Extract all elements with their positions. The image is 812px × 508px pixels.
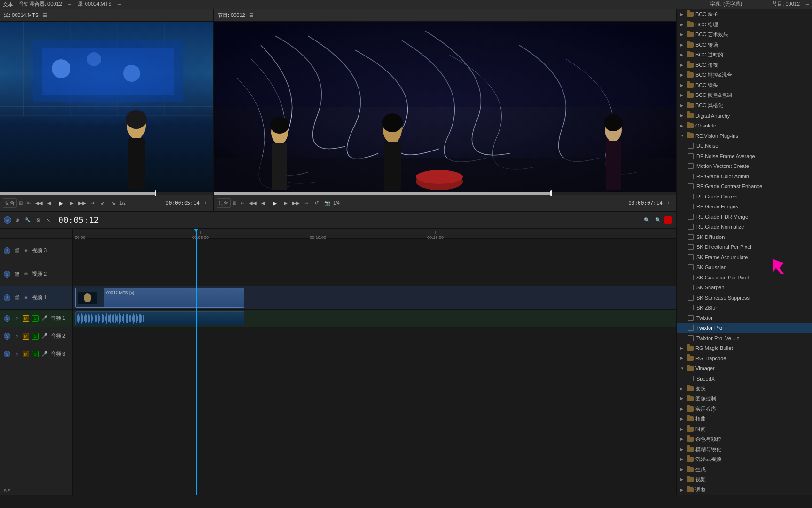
source-btn-prev-frame[interactable]: ◀◀	[35, 199, 43, 207]
a3-track-row[interactable]	[73, 345, 676, 363]
a1-mic-icon[interactable]: 🎤	[41, 315, 48, 321]
a3-solo-btn[interactable]: S	[32, 351, 39, 357]
effects-folder-immersive[interactable]: 沉浸式视频	[677, 454, 812, 465]
effects-folder-noise[interactable]: 杂色与颗粒	[677, 434, 812, 444]
tl-wrench[interactable]: 🔧	[23, 216, 32, 224]
v3-eye-icon[interactable]: 👁	[23, 247, 29, 254]
program-btn-prev-frame[interactable]: ◀◀	[249, 199, 257, 207]
program-btn-step-fwd[interactable]: ▶	[281, 199, 290, 207]
effects-item-sk-diffusion[interactable]: SK Diffusion	[677, 232, 812, 242]
program-header-icon[interactable]: ☰	[249, 12, 254, 18]
program-progress-handle[interactable]	[550, 190, 552, 196]
effects-folder-distort[interactable]: 扭曲	[677, 414, 812, 424]
v2-eye-icon[interactable]: 👁	[23, 271, 29, 278]
effects-folder-obsolete[interactable]: Obsolete	[677, 121, 812, 131]
v-sync-button[interactable]: ◎	[4, 216, 11, 224]
effects-item-regrade-contrast[interactable]: RE:Grade Contrast Enhance	[677, 182, 812, 192]
effects-item-regrade-fringes[interactable]: RE:Grade Fringes	[677, 202, 812, 212]
effects-folder-bcc-texture[interactable]: BCC 绘理	[677, 20, 812, 30]
program-fraction[interactable]: 1/4	[333, 200, 340, 206]
effects-folder-bcc-particle[interactable]: BCC 粒子	[677, 9, 812, 20]
a2-mute-btn[interactable]: M	[23, 333, 29, 340]
tl-cursor[interactable]: ↖	[44, 216, 53, 224]
timeline-tracks-area[interactable]: 00:00 00:05:00 00:10:00	[73, 229, 676, 495]
effects-folder-digital-anarchy[interactable]: Digital Anarchy	[677, 111, 812, 121]
effects-item-sk-zblur[interactable]: SK ZBlur	[677, 303, 812, 313]
menu-item-mixer[interactable]: 音轨混合器: 00012	[19, 0, 62, 8]
effects-item-regrade-hdr[interactable]: RE:Grade HDR Merge	[677, 212, 812, 222]
menu-item-program[interactable]: 节目: 00012	[772, 0, 800, 8]
menu-item-text[interactable]: 文本	[3, 1, 13, 8]
effects-item-sk-gaussian-per-pixel[interactable]: SK Gaussian Per Pixel	[677, 272, 812, 283]
program-progress-bar[interactable]	[214, 192, 676, 195]
a3-mic-icon[interactable]: 🎤	[41, 351, 48, 357]
a1-audio-clip[interactable]	[75, 311, 244, 325]
source-btn-next-frame[interactable]: ▶▶	[78, 199, 86, 207]
effects-folder-bcc-key[interactable]: BCC 键控&混合	[677, 70, 812, 80]
program-btn-in[interactable]: ⇤	[238, 199, 247, 207]
source-btn-overwrite[interactable]: ↘	[109, 199, 117, 207]
effects-folder-bcc-transition[interactable]: BCC 转场	[677, 40, 812, 50]
tl-add-track[interactable]: ⊕	[13, 216, 22, 224]
a1-sync[interactable]: ◎	[4, 315, 10, 322]
a2-sync[interactable]: ◎	[4, 333, 10, 340]
program-btn-next-frame[interactable]: ▶▶	[292, 199, 300, 207]
effects-folder-vimager[interactable]: Vimager	[677, 364, 812, 374]
source-btn-step-fwd[interactable]: ▶	[68, 199, 76, 207]
effects-folder-generate[interactable]: 生成	[677, 465, 812, 475]
effects-folder-bcc-realtime[interactable]: BCC 过时的	[677, 50, 812, 60]
effects-item-de-noise[interactable]: DE.Noise	[677, 141, 812, 151]
effects-folder-bcc-style[interactable]: BCC 风格化	[677, 101, 812, 111]
v2-sync[interactable]: ◎	[4, 271, 10, 278]
a2-mic-icon[interactable]: 🎤	[41, 333, 48, 339]
effects-folder-image-control[interactable]: 图像控制	[677, 394, 812, 404]
tl-zoom-out[interactable]: 🔍	[653, 215, 663, 225]
effects-folder-bcc-telescope[interactable]: BCC 遥视	[677, 60, 812, 71]
effects-item-sk-directional[interactable]: SK Directional Per Pixel	[677, 242, 812, 253]
v1-video-clip[interactable]: 00012.MTS [V]	[75, 288, 244, 308]
menu-item-source[interactable]: 源: 00014.MTS	[77, 0, 112, 8]
effects-folder-transform[interactable]: 变换	[677, 384, 812, 394]
tl-magnet[interactable]: ⊠	[34, 216, 42, 224]
effects-folder-bcc-lens[interactable]: BCC 镜头	[677, 80, 812, 91]
menu-item-subtitle[interactable]: 字幕: (无字幕)	[710, 0, 742, 8]
source-btn-step-back[interactable]: ◀	[45, 199, 54, 207]
tl-zoom-in[interactable]: 🔍	[642, 215, 651, 225]
effects-folder-time[interactable]: 时间	[677, 424, 812, 435]
v3-sync[interactable]: ◎	[4, 247, 10, 254]
a3-sync[interactable]: ◎	[4, 351, 10, 357]
source-header-icon[interactable]: ☰	[42, 12, 47, 18]
source-progress-handle[interactable]	[155, 190, 156, 196]
source-progress-bar[interactable]	[0, 192, 213, 195]
source-btn-in[interactable]: ⇤	[24, 199, 33, 207]
v1-eye-icon[interactable]: 👁	[23, 294, 29, 301]
effects-folder-revision[interactable]: RE:Vision Plug-ins	[677, 131, 812, 141]
effects-item-sk-frame-accum[interactable]: SK Frame Accumulate	[677, 252, 812, 262]
effects-folder-video[interactable]: 视频	[677, 475, 812, 485]
program-btn-loop[interactable]: ↺	[312, 199, 321, 207]
effects-item-speedx[interactable]: SpeedX	[677, 373, 812, 384]
effects-item-regrade-correct[interactable]: RE:Grade Correct	[677, 191, 812, 202]
source-btn-insert[interactable]: ↙	[99, 199, 107, 207]
effects-folder-adjust[interactable]: 调整	[677, 485, 812, 495]
program-btn-step-back[interactable]: ◀	[259, 199, 267, 207]
effects-folder-bcc-art[interactable]: BCC 艺术效果	[677, 30, 812, 40]
source-fit-label[interactable]: 适合	[3, 198, 17, 208]
effects-item-motion-vectors[interactable]: Motion Vectors: Create	[677, 161, 812, 172]
v3-track-row[interactable]	[73, 239, 676, 262]
effects-item-sk-gaussian[interactable]: SK Gaussian	[677, 262, 812, 273]
effects-folder-utility[interactable]: 实用程序	[677, 404, 812, 414]
v1-track-row[interactable]: 00012.MTS [V]	[73, 286, 676, 310]
a1-mute-btn[interactable]: M	[23, 315, 29, 322]
effects-item-twixtor-pro-vector[interactable]: Twixtor Pro, Ve...in	[677, 333, 812, 343]
effects-item-sk-sharpen[interactable]: SK Sharpen	[677, 283, 812, 293]
effects-item-regrade-normalize[interactable]: RE:Grade Normalize	[677, 222, 812, 232]
program-btn-play[interactable]: ▶	[269, 198, 280, 208]
a2-track-row[interactable]	[73, 327, 676, 345]
source-btn-out[interactable]: ⇥	[88, 199, 97, 207]
a1-track-row[interactable]	[73, 310, 676, 327]
tl-record-btn[interactable]	[664, 216, 672, 224]
a2-solo-btn[interactable]: S	[32, 333, 39, 340]
v1-sync[interactable]: ◎	[4, 294, 10, 301]
program-fit-label[interactable]: 适合	[217, 198, 231, 208]
